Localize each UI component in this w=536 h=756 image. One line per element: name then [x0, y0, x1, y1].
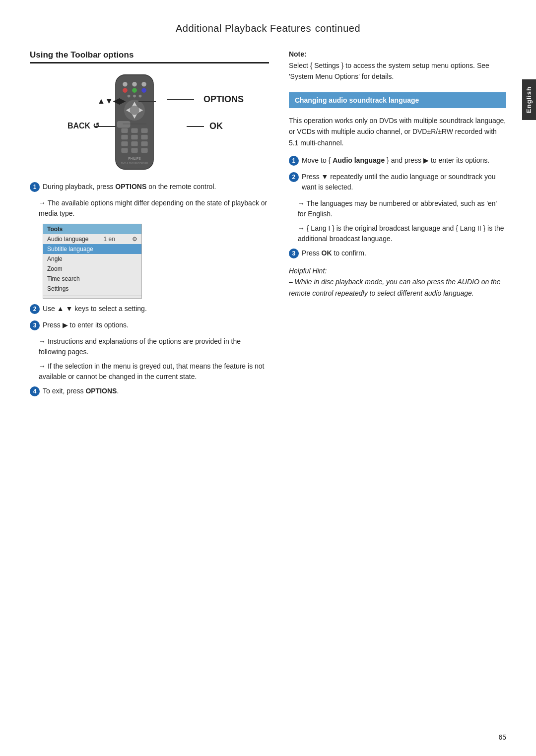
- svg-rect-29: [141, 148, 147, 153]
- audio-step-2: 2 Press ▼ repeatedly until the audio lan…: [289, 172, 506, 192]
- audio-intro: This operation works only on DVDs with m…: [289, 115, 506, 148]
- page-container: English Additional Playback Features con…: [0, 0, 536, 756]
- bullet-2: Instructions and explanations of the opt…: [39, 336, 269, 357]
- menu-item-audio-val: 1 en: [104, 236, 115, 243]
- audio-bullet-2: { Lang I } is the original broadcast lan…: [298, 223, 506, 244]
- step-2-num: 2: [30, 304, 40, 314]
- menu-item-zoom-label: Zoom: [47, 265, 63, 272]
- svg-rect-23: [141, 135, 147, 140]
- menu-item-zoom: Zoom: [43, 264, 141, 274]
- menu-icon-audio: ⚙: [132, 236, 137, 243]
- svg-point-8: [133, 95, 136, 98]
- title-suffix: continued: [315, 23, 360, 34]
- page-title: Additional Playback Features continued: [30, 20, 506, 35]
- remote-svg: PHILIPS DVD & DVD RECORDER: [95, 72, 174, 172]
- bullet-3: If the selection in the menu is greyed o…: [39, 361, 269, 382]
- menu-item-settings: Settings: [43, 284, 141, 294]
- menu-screenshot: Tools Audio language 1 en ⚙ Subtitle lan…: [43, 224, 142, 299]
- menu-header: Tools: [43, 224, 141, 234]
- audio-step-2-num: 2: [289, 172, 299, 182]
- svg-rect-16: [117, 121, 131, 127]
- svg-rect-25: [131, 141, 137, 146]
- svg-rect-18: [121, 128, 128, 133]
- svg-point-3: [141, 82, 146, 87]
- note-box: Note: Select { Settings } to access the …: [289, 50, 506, 82]
- right-column: Note: Select { Settings } to access the …: [289, 50, 506, 402]
- step-1: 1 During playback, press OPTIONS on the …: [30, 182, 269, 192]
- menu-item-audio-label: Audio language: [47, 236, 88, 243]
- helpful-hint: Helpful Hint: – While in disc playback m…: [289, 265, 506, 299]
- audio-step-3-num: 3: [289, 249, 299, 258]
- svg-point-6: [141, 88, 146, 93]
- svg-rect-21: [121, 135, 128, 140]
- note-text: Select { Settings } to access the system…: [289, 60, 506, 82]
- menu-item-subtitle-label: Subtitle language: [47, 246, 93, 252]
- svg-point-1: [123, 82, 128, 87]
- step-1-text: During playback, press OPTIONS on the re…: [43, 182, 269, 192]
- svg-rect-17: [123, 124, 146, 125]
- english-tab: English: [522, 79, 536, 120]
- svg-text:DVD & DVD RECORDER: DVD & DVD RECORDER: [121, 162, 148, 165]
- svg-point-15: [130, 106, 139, 115]
- options-label: OPTIONS: [203, 94, 244, 105]
- step-2-text: Use ▲ ▼ keys to select a setting.: [43, 304, 269, 314]
- audio-step-1-text: Move to { Audio language } and press ▶ t…: [302, 155, 506, 166]
- audio-step-2-text: Press ▼ repeatedly until the audio langu…: [302, 172, 506, 192]
- left-column: Using the Toolbar options: [30, 50, 269, 402]
- audio-section-heading: Changing audio soundtrack language: [289, 92, 506, 108]
- content-columns: Using the Toolbar options: [30, 50, 506, 402]
- step-1-num: 1: [30, 182, 40, 192]
- menu-item-subtitle: Subtitle language: [43, 244, 141, 254]
- step-3-num: 3: [30, 320, 40, 330]
- step-4-num: 4: [30, 386, 40, 396]
- svg-rect-24: [121, 141, 128, 146]
- page-number: 65: [498, 733, 506, 741]
- section-heading: Using the Toolbar options: [30, 50, 269, 63]
- audio-step-3-text: Press OK to confirm.: [302, 248, 506, 258]
- menu-item-audio: Audio language 1 en ⚙: [43, 234, 141, 244]
- hint-text: – While in disc playback mode, you can a…: [289, 276, 506, 299]
- svg-rect-22: [131, 135, 137, 140]
- dpad-arrows-label: ▲▼◀▶: [97, 96, 125, 106]
- menu-item-timesearch-label: Time search: [47, 275, 80, 282]
- svg-rect-28: [131, 148, 137, 153]
- svg-rect-26: [141, 141, 147, 146]
- menu-item-angle: Angle: [43, 254, 141, 264]
- svg-point-7: [128, 95, 131, 98]
- svg-rect-19: [131, 128, 137, 133]
- svg-point-4: [123, 88, 128, 93]
- remote-illustration: PHILIPS DVD & DVD RECORDER ▲▼◀▶ OPTIONS: [30, 72, 269, 172]
- menu-item-timesearch: Time search: [43, 274, 141, 284]
- step-2: 2 Use ▲ ▼ keys to select a setting.: [30, 304, 269, 314]
- ok-label: OK: [209, 121, 223, 131]
- step-4-text: To exit, press OPTIONS.: [43, 386, 269, 396]
- svg-text:PHILIPS: PHILIPS: [128, 157, 141, 160]
- step-3: 3 Press ▶ to enter its options.: [30, 320, 269, 330]
- title-text: Additional Playback Features: [176, 23, 311, 34]
- audio-step-3: 3 Press OK to confirm.: [289, 248, 506, 258]
- svg-rect-27: [121, 148, 128, 153]
- note-label: Note:: [289, 50, 506, 58]
- svg-point-2: [132, 82, 137, 87]
- menu-separator: [43, 296, 141, 296]
- back-line: [95, 126, 116, 127]
- menu-item-settings-label: Settings: [47, 285, 68, 292]
- ok-line: [187, 126, 204, 127]
- svg-rect-20: [141, 128, 147, 133]
- hint-label: Helpful Hint:: [289, 265, 506, 276]
- bullet-1: The available options might differ depen…: [39, 198, 269, 219]
- svg-point-9: [139, 95, 142, 98]
- options-line: [167, 99, 194, 100]
- step-4: 4 To exit, press OPTIONS.: [30, 386, 269, 396]
- audio-step-1: 1 Move to { Audio language } and press ▶…: [289, 155, 506, 166]
- audio-bullet-1: The languages may be numbered or abbrevi…: [298, 198, 506, 219]
- menu-item-angle-label: Angle: [47, 255, 63, 262]
- arrow-line-dpad: [138, 101, 156, 102]
- step-3-text: Press ▶ to enter its options.: [43, 320, 269, 330]
- remote-wrapper: PHILIPS DVD & DVD RECORDER ▲▼◀▶ OPTIONS: [95, 72, 204, 172]
- audio-step-1-num: 1: [289, 156, 299, 166]
- svg-point-5: [132, 88, 137, 93]
